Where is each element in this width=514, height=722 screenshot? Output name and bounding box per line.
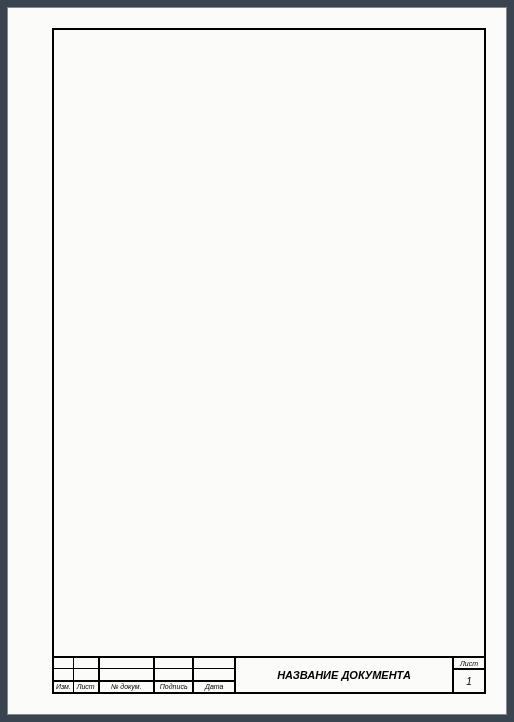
cell-sign-1 xyxy=(155,658,195,668)
revision-row xyxy=(54,669,234,681)
revision-row xyxy=(54,658,234,669)
header-date: Дата xyxy=(194,682,234,692)
cell-date-2 xyxy=(194,669,234,679)
cell-date-1 xyxy=(194,658,234,668)
sheet-number: 1 xyxy=(454,670,484,692)
cell-izm-1 xyxy=(54,658,74,668)
cell-list-1 xyxy=(74,658,100,668)
sheet-block: Лист 1 xyxy=(454,658,484,692)
cell-sign-2 xyxy=(155,669,195,679)
header-list: Лист xyxy=(74,682,100,692)
header-doc: № докум. xyxy=(100,682,155,692)
revision-table: Изм. Лист № докум. Подпись Дата xyxy=(54,658,236,692)
cell-izm-2 xyxy=(54,669,74,679)
cell-doc-1 xyxy=(100,658,155,668)
drawing-area xyxy=(54,30,484,656)
header-sign: Подпись xyxy=(155,682,195,692)
cell-list-2 xyxy=(74,669,100,679)
drawing-frame: Изм. Лист № докум. Подпись Дата НАЗВАНИЕ… xyxy=(52,28,486,694)
cell-doc-2 xyxy=(100,669,155,679)
document-title: НАЗВАНИЕ ДОКУМЕНТА xyxy=(236,658,454,692)
title-block: Изм. Лист № докум. Подпись Дата НАЗВАНИЕ… xyxy=(54,656,484,692)
document-page: Изм. Лист № докум. Подпись Дата НАЗВАНИЕ… xyxy=(7,7,507,715)
header-izm: Изм. xyxy=(54,682,74,692)
revision-header-row: Изм. Лист № докум. Подпись Дата xyxy=(54,682,234,692)
sheet-label: Лист xyxy=(454,658,484,670)
